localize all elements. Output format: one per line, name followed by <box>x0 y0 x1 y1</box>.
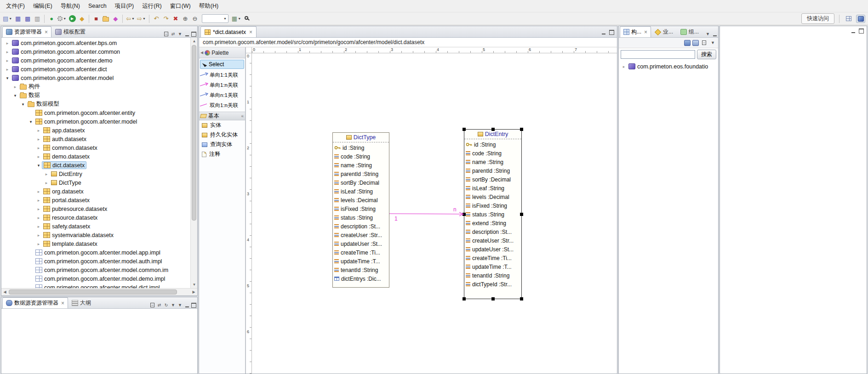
selection-handle[interactable] <box>463 213 466 216</box>
zoom-out-button[interactable]: ⊖ <box>190 14 200 24</box>
forward-button[interactable]: ⇨▼ <box>136 14 147 24</box>
tree-item[interactable]: ▸auth.datasetx <box>1 135 190 143</box>
entity-dicttype[interactable]: DictTypeid :Stringcode :Stringname :Stri… <box>332 132 389 288</box>
tree-item-content[interactable]: pubresource.datasetx <box>42 205 108 213</box>
paint-button[interactable]: ◆ <box>111 14 120 24</box>
expand-arrow-icon[interactable]: ▸ <box>4 50 11 54</box>
quick-access-button[interactable]: 快速访问 <box>801 13 834 24</box>
right-tab[interactable]: 构...× <box>620 26 651 37</box>
palette-item-query-entity-tool[interactable]: 查询实体 <box>199 140 245 149</box>
tree-item-content[interactable]: common.datasetx <box>42 144 99 152</box>
entity-field[interactable]: id :String <box>333 143 389 152</box>
horizontal-scrollbar[interactable]: ◀ ▶ <box>1 288 197 295</box>
tree-item-content[interactable]: com.primeton.gocom.afcenter.bps.om <box>11 39 118 47</box>
collapse-palette-icon[interactable]: ◀ <box>200 51 203 55</box>
expand-arrow-icon[interactable]: ▸ <box>35 215 42 220</box>
menu-navigate[interactable]: 导航(N) <box>57 1 84 11</box>
expand-arrow-icon[interactable]: ▸ <box>4 41 11 45</box>
palette-item-comment-tool[interactable]: 注释 <box>199 149 245 159</box>
selection-handle[interactable] <box>463 297 466 300</box>
entity-field[interactable]: sortBy :Decimal <box>333 178 389 187</box>
tree-item-content[interactable]: resource.datasetx <box>42 214 99 221</box>
entity-field[interactable]: levels :Decimal <box>333 196 389 204</box>
menu-edit[interactable]: 编辑(E) <box>29 1 57 11</box>
tree-item-content[interactable]: DictType <box>50 179 83 187</box>
export-component-icon[interactable] <box>692 40 699 46</box>
menu-file[interactable]: 文件(F) <box>2 1 29 11</box>
tree-item-content[interactable]: org.datasetx <box>42 187 85 195</box>
delete-button[interactable]: ✖ <box>171 14 180 24</box>
entity-field[interactable]: code :String <box>333 152 389 161</box>
eos-settings-button[interactable]: ▼ <box>57 14 67 24</box>
menu-project[interactable]: 项目(P) <box>111 1 138 11</box>
tree-item[interactable]: ▸com.primeton.gocom.afcenter.dict <box>1 65 190 74</box>
vertical-scrollbar[interactable]: ▲ ▼ <box>190 38 197 288</box>
open-folder-button[interactable] <box>101 14 110 24</box>
tree-item[interactable]: ▾数据模型 <box>1 100 190 108</box>
expand-arrow-icon[interactable]: ▸ <box>621 64 627 69</box>
entity-field[interactable]: parentId :String <box>464 166 521 175</box>
palette-section-basic[interactable]: 基本 « <box>199 112 245 120</box>
menu-run[interactable]: 运行(R) <box>138 1 166 11</box>
tree-item[interactable]: ▸com.primeton.eos.foundatio <box>619 62 718 71</box>
pin-icon[interactable]: « <box>241 113 244 119</box>
right-tab[interactable]: 业... <box>651 26 677 37</box>
palette-header[interactable]: ◀ Palette <box>199 47 245 58</box>
right-tab[interactable]: 组... <box>677 26 702 37</box>
entity-field[interactable]: createUser :Str... <box>333 231 389 239</box>
view-menu-icon[interactable]: ▼ <box>177 302 183 308</box>
expand-arrow-icon[interactable]: ▾ <box>20 102 26 107</box>
entity-field[interactable]: updateTime :T... <box>464 262 521 271</box>
tree-item[interactable]: ▸systemvariable.datasetx <box>1 231 190 239</box>
tree-item[interactable]: ▸org.datasetx <box>1 187 190 196</box>
entity-field[interactable]: levels :Decimal <box>464 193 521 201</box>
expand-arrow-icon[interactable]: ▾ <box>28 119 34 124</box>
expand-arrow-icon[interactable]: ▾ <box>35 163 42 168</box>
entity-field[interactable]: isFixed :String <box>464 201 521 210</box>
expand-arrow-icon[interactable]: ▸ <box>12 85 18 89</box>
database-button[interactable]: ◆ <box>77 14 86 24</box>
link-with-editor-icon[interactable]: ⇄ <box>170 31 177 37</box>
expand-arrow-icon[interactable]: ▸ <box>35 189 42 194</box>
tree-item-content[interactable]: dict.datasetx <box>42 161 86 169</box>
open-perspective-button[interactable] <box>844 15 853 23</box>
close-icon[interactable]: × <box>45 29 48 35</box>
expand-arrow-icon[interactable]: ▾ <box>4 76 11 80</box>
entity-field[interactable]: tenantId :String <box>464 271 521 280</box>
entity-field[interactable]: updateTime :T... <box>333 257 389 266</box>
tree-item-content[interactable]: demo.datasetx <box>42 153 91 160</box>
tree-item-content[interactable]: com.primeton.gocom.afcenter.demo <box>11 57 114 64</box>
entity-header[interactable]: DictEntry <box>464 130 521 139</box>
collapse-all-icon[interactable] <box>149 302 156 308</box>
view-menu-icon[interactable]: ▼ <box>177 31 183 37</box>
selection-handle[interactable] <box>491 128 495 131</box>
bottom-tab[interactable]: 大纲 <box>68 297 95 308</box>
import-icon[interactable]: ▼ <box>170 302 177 308</box>
selection-handle[interactable] <box>520 128 523 131</box>
tree-item[interactable]: ▸app.datasetx <box>1 126 190 135</box>
entity-field[interactable]: sortBy :Decimal <box>464 175 521 184</box>
entity-field[interactable]: dictTypeId :Str... <box>464 280 521 289</box>
tree-item-content[interactable]: auth.datasetx <box>42 135 88 143</box>
tree-item-content[interactable]: systemvariable.datasetx <box>42 231 115 239</box>
tree-item[interactable]: ▸com.primeton.gocom.afcenter.bps.om <box>1 39 190 47</box>
link-with-editor-icon[interactable]: ⇄ <box>156 302 163 308</box>
tree-item[interactable]: com.primeton.gocom.afcenter.model.dict.i… <box>1 283 190 288</box>
tree-item[interactable]: ▾dict.datasetx <box>1 161 190 170</box>
entity-header[interactable]: DictType <box>333 133 389 142</box>
tree-item-content[interactable]: portal.datasetx <box>42 196 91 204</box>
selection-handle[interactable] <box>520 213 523 216</box>
scroll-right-icon[interactable]: ▶ <box>190 289 197 295</box>
redo-button[interactable]: ↷ <box>161 14 171 24</box>
palette-tool-one-way-1-1-association[interactable]: 单向1:1关联 <box>199 70 245 80</box>
entity-field[interactable]: isLeaf :String <box>464 184 521 193</box>
entity-field[interactable]: status :String <box>464 210 521 219</box>
search-input[interactable] <box>621 50 695 59</box>
tree-item[interactable]: ▸pubresource.datasetx <box>1 204 190 213</box>
minimize-icon[interactable] <box>183 302 190 308</box>
tree-item-content[interactable]: 构件 <box>18 83 41 91</box>
tree-item[interactable]: ▾com.primeton.gocom.afcenter.model <box>1 74 190 82</box>
expand-arrow-icon[interactable]: ▸ <box>35 224 42 229</box>
expand-arrow-icon[interactable]: ▸ <box>43 172 50 176</box>
refresh-icon[interactable]: ↻ <box>163 302 170 308</box>
